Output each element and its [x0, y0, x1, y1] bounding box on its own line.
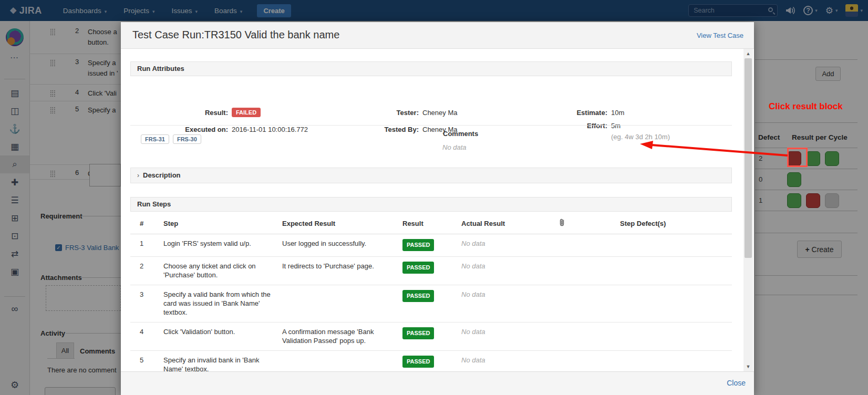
chevron-right-icon: › [137, 172, 139, 179]
attachment-cell [559, 351, 620, 372]
step-text: Specify an invalid bank in 'Bank Name' t… [163, 351, 282, 372]
passed-badge[interactable]: PASSED [402, 239, 434, 251]
run-step-row: 2 Choose any ticket and click on 'Purcha… [130, 257, 732, 285]
view-test-case-link[interactable]: View Test Case [697, 32, 743, 39]
attachment-cell [559, 234, 620, 257]
step-text: Choose any ticket and click on 'Purchase… [163, 257, 282, 285]
actual-result-text: No data [461, 234, 559, 257]
col-result: Result [402, 212, 461, 234]
close-button[interactable]: Close [727, 379, 746, 387]
step-defects-cell [620, 351, 732, 372]
step-defects-cell [620, 257, 732, 285]
expected-result-text [282, 351, 402, 372]
attachment-cell [559, 285, 620, 323]
requirement-tag[interactable]: FRS-31 [141, 134, 169, 144]
step-defects-cell [620, 323, 732, 351]
col-step: Step [163, 212, 282, 234]
step-text: Specify a valid bank from which the card… [163, 285, 282, 323]
dialog-footer: Close [121, 371, 754, 395]
dialog-title: Test Case Run:TR3150 Valid the bank name [132, 29, 339, 41]
test-case-run-dialog: Test Case Run:TR3150 Valid the bank name… [121, 22, 754, 395]
failed-badge: FAILED [232, 108, 261, 117]
step-defects-cell [620, 285, 732, 323]
col-step-defects: Step Defect(s) [620, 212, 732, 234]
modal-scrollbar[interactable]: ▲ ▼ [743, 49, 753, 371]
executed-on-label: Executed on [165, 126, 228, 133]
step-text: Click 'Validation' button. [163, 323, 282, 351]
run-step-row: 3 Specify a valid bank from which the ca… [130, 285, 732, 323]
tester-label: Tester [356, 109, 419, 117]
col-num: # [130, 212, 163, 234]
description-toggle[interactable]: ›Description [130, 168, 732, 183]
passed-badge[interactable]: PASSED [402, 290, 434, 302]
effort-value: 5m [611, 122, 621, 130]
expected-result-text [282, 285, 402, 323]
comments-heading: Comments [443, 130, 478, 138]
run-steps-table: # Step Expected Result Result Actual Res… [130, 212, 732, 371]
actual-result-text: No data [461, 323, 559, 351]
step-number: 3 [130, 285, 163, 323]
tester-value: Cheney Ma [422, 109, 457, 117]
executed-on-value: 2016-11-01 10:00:16.772 [232, 126, 308, 133]
expected-result-text: It redirects to 'Purchase' page. [282, 257, 402, 285]
expected-result-text: A confirmation message 'Bank Validation … [282, 323, 402, 351]
passed-badge[interactable]: PASSED [402, 262, 434, 274]
attachment-icon [559, 212, 620, 234]
col-expected: Expected Result [282, 212, 402, 234]
result-label: Result [165, 109, 228, 117]
scrollbar-thumb[interactable] [745, 58, 752, 258]
actual-result-text: No data [461, 351, 559, 372]
run-steps-header-row: # Step Expected Result Result Actual Res… [130, 212, 732, 234]
col-actual: Actual Result [461, 212, 559, 234]
run-step-row: 1 Login 'FRS' system valid u/p. User log… [130, 234, 732, 257]
scroll-up-icon[interactable]: ▲ [743, 51, 753, 56]
result-value: FAILED [232, 108, 261, 117]
effort-label: Effort [544, 122, 607, 130]
step-number: 4 [130, 323, 163, 351]
passed-badge[interactable]: PASSED [402, 327, 434, 339]
run-steps-header: Run Steps [130, 197, 732, 212]
step-number: 5 [130, 351, 163, 372]
dialog-header: Test Case Run:TR3150 Valid the bank name… [121, 22, 754, 49]
attachment-cell [559, 323, 620, 351]
run-step-row: 5 Specify an invalid bank in 'Bank Name'… [130, 351, 732, 372]
step-defects-cell [620, 234, 732, 257]
step-number: 2 [130, 257, 163, 285]
effort-hint: (eg. 4w 3d 2h 10m) [611, 133, 670, 141]
tested-by-label: Tested By [356, 126, 419, 133]
requirement-tag[interactable]: FRS-30 [173, 134, 201, 144]
estimate-value: 10m [611, 109, 624, 117]
run-attributes-header: Run Attributes [130, 61, 732, 76]
actual-result-text: No data [461, 285, 559, 323]
step-text: Login 'FRS' system valid u/p. [163, 234, 282, 257]
actual-result-text: No data [461, 257, 559, 285]
attachment-cell [559, 257, 620, 285]
comments-empty-text: No data [442, 143, 467, 151]
scroll-down-icon[interactable]: ▼ [743, 364, 753, 369]
requirement-tags: FRS-31 FRS-30 [141, 134, 201, 144]
attributes-divider [130, 125, 732, 126]
expected-result-text: User logged in successfully. [282, 234, 402, 257]
step-number: 1 [130, 234, 163, 257]
estimate-label: Estimate [544, 109, 607, 117]
run-step-row: 4 Click 'Validation' button. A confirmat… [130, 323, 732, 351]
dialog-body: Run Attributes Result FAILED Executed on… [121, 49, 754, 371]
passed-badge[interactable]: PASSED [402, 356, 434, 368]
